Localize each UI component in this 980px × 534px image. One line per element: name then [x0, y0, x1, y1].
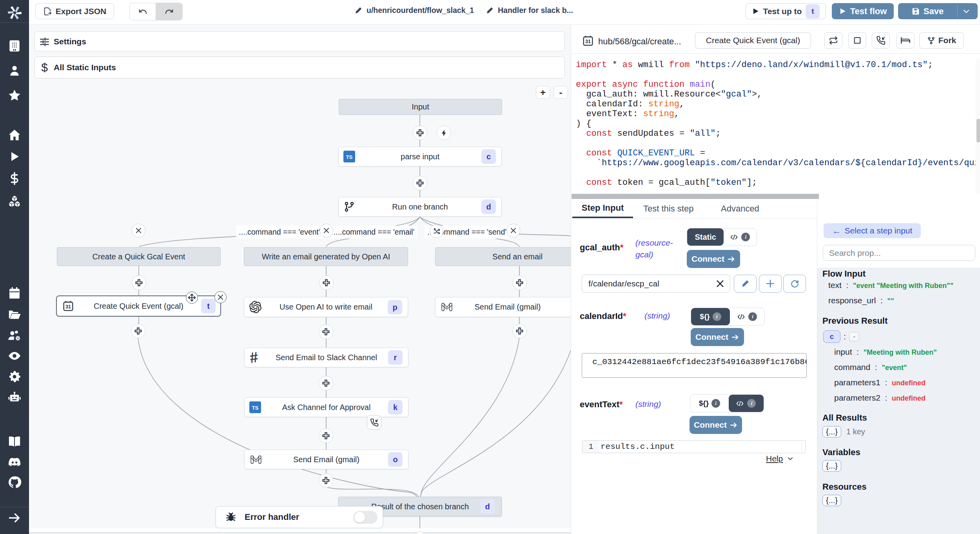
svg-text:TS: TS	[346, 154, 353, 160]
svg-text:TS: TS	[252, 405, 259, 411]
svg-text:31: 31	[65, 304, 71, 310]
svg-text:31: 31	[585, 39, 591, 44]
